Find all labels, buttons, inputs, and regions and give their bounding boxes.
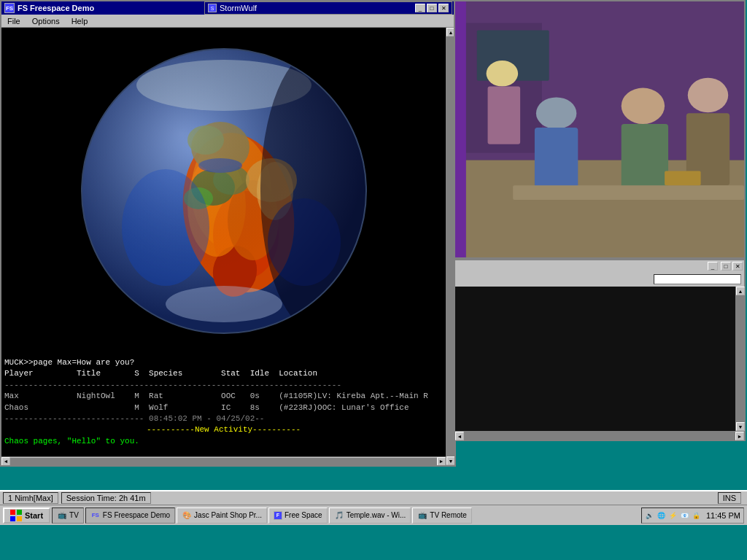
desktop: FS FS Freespace Demo _ □ ✕ S StormWulf _… [0,0,747,525]
small-v-scrollbar: ▲ ▼ [735,287,744,431]
svg-point-37 [487,61,519,87]
status-session: Session Time: 2h 41m [61,492,151,504]
scroll-down[interactable]: ▼ [446,456,454,465]
tray-icon-5: 🔒 [692,510,702,521]
tray-time: 11:45 PM [703,511,740,520]
tv-window [454,0,746,259]
tray-icon-3: ⚡ [668,510,678,521]
row-chaos: Chaos M Wolf IC 8s (#223RJ)OOC: Lunar's … [4,402,443,413]
svg-point-27 [536,97,576,129]
small-scroll-left[interactable]: ◄ [455,432,464,440]
console-area: MUCK>>page Max=How are you? Player Title… [1,354,446,456]
freespace2-btn-label: Free Space [285,511,322,519]
taskbar-main: Start 📺 TV FS FS Freespace Demo 🎨 Jasc P… [0,505,747,525]
stormwulf-close[interactable]: ✕ [438,4,449,12]
small-scroll-down[interactable]: ▼ [736,422,745,431]
temple-btn-label: Temple.wav - Wi... [347,511,406,519]
stormwulf-title: StormWulf [220,4,257,12]
h-scrollbar: ◄ ► [1,456,446,465]
small-h-scrollbar: ◄ ► [455,431,744,440]
tvremote-btn-label: TV Remote [430,511,467,519]
menu-file[interactable]: File [4,17,23,26]
small-close[interactable]: ✕ [732,262,743,271]
freespace-main: MUCK>>page Max=How are you? Player Title… [1,28,446,465]
message-line: Chaos pages, "Hello" to you. [4,436,443,447]
small-h-track [464,432,735,440]
taskbar-tvremote[interactable]: 📺 TV Remote [412,508,472,524]
svg-rect-33 [513,185,744,200]
taskbar: 1 Nimh[Max] Session Time: 2h 41m INS Sta… [0,490,747,525]
taskbar-temple[interactable]: 🎵 Temple.wav - Wi... [329,508,411,524]
stormwulf-minimize[interactable]: _ [415,4,425,12]
small-content: ▲ ▼ [455,287,744,431]
tv-icon: 📺 [57,510,67,521]
taskbar-freespace2[interactable]: F Free Space [268,508,328,524]
taskbar-paintshop[interactable]: 🎨 Jasc Paint Shop Pr... [177,508,267,524]
scroll-left[interactable]: ◄ [1,457,10,466]
svg-rect-42 [17,516,22,521]
small-scroll-track [736,295,744,422]
svg-rect-34 [665,171,701,185]
svg-rect-35 [455,1,466,257]
small-video-titlebar: _ □ ✕ [455,260,744,272]
svg-point-29 [622,88,665,125]
freespace-title: FS Freespace Demo [18,4,94,12]
taskbar-freespace[interactable]: FS FS Freespace Demo [85,508,175,524]
globe-area [1,28,446,354]
tray-icon-2: 🌐 [657,510,667,521]
scroll-right[interactable]: ► [437,457,446,466]
separator-2: ----------------------------- 08:45:02 P… [4,413,443,424]
small-toolbar [455,272,744,287]
taskbar-status: 1 Nimh[Max] Session Time: 2h 41m INS [0,491,747,505]
titlebar-left: FS FS Freespace Demo [4,3,94,13]
menu-bar: File Options Help [1,15,454,28]
row-max: Max NightOwl M Rat OOC 0s (#1105R)LV: Ki… [4,391,443,402]
svg-rect-41 [10,516,15,521]
status-nimh: 1 Nimh[Max] [3,492,58,504]
status-ins: INS [718,492,741,504]
menu-help[interactable]: Help [69,17,91,26]
stormwulf-titlebar: S StormWulf _ □ ✕ [204,1,452,15]
svg-rect-40 [17,510,22,515]
freespace-window: FS FS Freespace Demo _ □ ✕ S StormWulf _… [0,0,456,467]
tray-icon-4: 📧 [680,510,690,521]
svg-rect-39 [10,510,15,515]
stormwulf-controls: _ □ ✕ [415,4,449,12]
tvremote-icon: 📺 [417,510,427,521]
stormwulf-left: S StormWulf [208,4,257,12]
small-screen [455,287,735,431]
tray-icon-1: 🔊 [645,510,655,521]
tv-scene-svg [455,1,744,257]
command-line: MUCK>>page Max=How are you? [4,357,443,368]
start-label: Start [25,511,43,520]
taskbar-tv[interactable]: 📺 TV [52,508,84,524]
system-tray: 🔊 🌐 ⚡ 📧 🔒 11:45 PM [641,508,744,524]
small-scroll-up[interactable]: ▲ [736,287,745,295]
svg-point-31 [688,78,728,113]
small-video-window: _ □ ✕ ▲ ▼ ◄ ► [454,259,746,441]
scroll-track-h [10,458,437,465]
menu-options[interactable]: Options [29,17,63,26]
paintshop-icon: 🎨 [182,510,192,521]
start-button[interactable]: Start [3,508,50,524]
tv-screen [455,1,744,257]
svg-rect-38 [488,87,521,144]
globe-svg [78,45,370,337]
small-input-field[interactable] [654,274,741,284]
small-scroll-right[interactable]: ► [735,432,744,440]
svg-rect-28 [535,128,578,192]
table-header: Player Title S Species Stat Idle Locatio… [4,368,443,379]
tv-btn-label: TV [69,511,79,519]
stormwulf-maximize[interactable]: □ [427,4,437,12]
temple-icon: 🎵 [334,510,344,521]
freespace-btn-icon: FS [90,510,101,521]
activity-line: ----------New Activity---------- [4,424,443,435]
freespace2-icon: F [274,511,282,520]
small-minimize[interactable]: _ [708,262,718,271]
freespace-inner: MUCK>>page Max=How are you? Player Title… [1,28,454,465]
freespace-btn-label: FS Freespace Demo [103,511,170,519]
small-maximize[interactable]: □ [721,262,731,271]
paintshop-btn-label: Jasc Paint Shop Pr... [194,511,262,519]
fs-icon: FS [4,3,15,13]
stormwulf-icon: S [208,4,217,12]
